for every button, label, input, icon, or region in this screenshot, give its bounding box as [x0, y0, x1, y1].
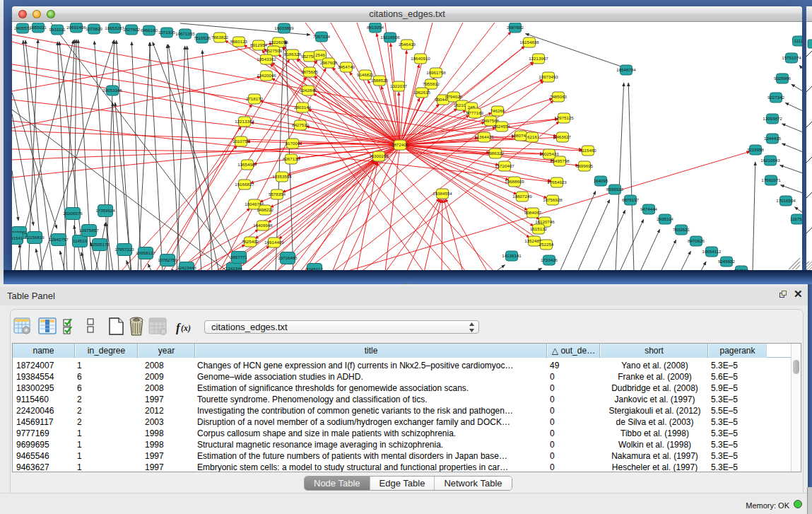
svg-text:12093872: 12093872 [763, 116, 782, 121]
svg-text:2718170: 2718170 [246, 96, 264, 101]
svg-text:10653287: 10653287 [105, 25, 124, 30]
svg-text:1615132: 1615132 [530, 226, 548, 231]
svg-text:2967608: 2967608 [320, 60, 338, 65]
svg-text:6466160: 6466160 [141, 28, 158, 33]
svg-text:16154838: 16154838 [519, 40, 539, 45]
svg-text:16914409: 16914409 [264, 240, 284, 245]
svg-text:3215958: 3215958 [747, 147, 765, 152]
svg-text:9657771: 9657771 [230, 255, 248, 259]
svg-text:6216: 6216 [527, 134, 537, 139]
svg-text:18807249: 18807249 [512, 194, 532, 199]
svg-text:1855021: 1855021 [30, 25, 47, 30]
svg-text:8813054: 8813054 [367, 25, 384, 30]
svg-text:2935114: 2935114 [657, 216, 673, 221]
svg-text:7663822: 7663822 [211, 35, 229, 40]
svg-text:12505175: 12505175 [90, 242, 110, 247]
svg-text:8186328: 8186328 [284, 52, 302, 57]
svg-text:17654923: 17654923 [547, 180, 567, 185]
svg-text:16033809: 16033809 [274, 25, 294, 30]
svg-text:1872400: 1872400 [392, 142, 409, 147]
svg-text:2687682: 2687682 [507, 25, 524, 30]
svg-text:1244415: 1244415 [764, 136, 782, 141]
svg-text:1733426: 1733426 [541, 257, 558, 262]
svg-text:9527509: 9527509 [265, 48, 283, 53]
svg-text:9777169: 9777169 [466, 110, 484, 115]
svg-text:3875685: 3875685 [301, 69, 319, 74]
svg-text:6879197: 6879197 [622, 197, 640, 202]
svg-text:1112: 1112 [794, 38, 802, 43]
svg-text:1362615: 1362615 [413, 90, 431, 95]
svg-text:10975857: 10975857 [79, 228, 99, 233]
svg-text:12353594: 12353594 [272, 174, 292, 179]
svg-text:18640910: 18640910 [411, 56, 430, 61]
svg-text:7357224: 7357224 [313, 34, 331, 39]
svg-text:10688609: 10688609 [505, 179, 524, 184]
svg-text:2546419: 2546419 [399, 42, 416, 47]
svg-text:7955812: 7955812 [423, 81, 440, 86]
svg-text:391541: 391541 [12, 235, 23, 240]
svg-text:917006: 917006 [286, 141, 300, 146]
svg-text:7625402: 7625402 [242, 239, 259, 244]
svg-text:12975125: 12975125 [554, 115, 574, 120]
svg-text:20691406: 20691406 [66, 25, 86, 30]
svg-text:8267130: 8267130 [283, 156, 300, 161]
svg-text:114519: 114519 [73, 238, 88, 243]
svg-text:5578354: 5578354 [269, 192, 286, 197]
svg-text:17359924: 17359924 [95, 208, 115, 213]
svg-text:14136141: 14136141 [502, 253, 522, 258]
svg-text:3454749: 3454749 [338, 64, 355, 69]
svg-text:17692971: 17692971 [761, 177, 781, 182]
svg-text:9329966: 9329966 [774, 76, 792, 81]
svg-text:16120746: 16120746 [535, 219, 555, 224]
svg-text:10654112: 10654112 [702, 249, 722, 254]
svg-text:2546: 2546 [315, 52, 325, 57]
svg-text:6794028: 6794028 [445, 94, 463, 99]
svg-text:2803144: 2803144 [294, 105, 312, 110]
svg-text:16548784: 16548784 [616, 67, 636, 72]
svg-text:9146821: 9146821 [357, 72, 375, 77]
svg-text:7485063: 7485063 [550, 94, 567, 99]
svg-text:12213967: 12213967 [529, 56, 548, 61]
svg-text:252254: 252254 [539, 242, 554, 247]
svg-text:7986322: 7986322 [487, 151, 505, 156]
svg-text:116753: 116753 [790, 216, 802, 221]
svg-text:17016504: 17016504 [776, 198, 796, 203]
svg-text:8470626: 8470626 [688, 238, 705, 243]
svg-text:10958127: 10958127 [136, 250, 155, 255]
svg-text:16961758: 16961758 [426, 70, 446, 75]
svg-text:1527602: 1527602 [123, 27, 141, 32]
svg-text:7515526: 7515526 [194, 35, 211, 40]
svg-text:3624554: 3624554 [493, 124, 511, 129]
svg-text:1073829: 1073829 [86, 26, 103, 31]
svg-text:0699695: 0699695 [576, 163, 594, 168]
svg-text:16409948: 16409948 [253, 223, 273, 228]
svg-text:(x): (x) [181, 323, 191, 333]
svg-text:20206576: 20206576 [63, 211, 83, 216]
svg-text:9227342: 9227342 [767, 95, 785, 100]
svg-text:10671355: 10671355 [175, 31, 195, 36]
svg-text:9933111: 9933111 [49, 27, 66, 32]
svg-text:1010755: 1010755 [233, 139, 250, 144]
svg-text:1071915: 1071915 [158, 30, 176, 35]
svg-text:8427512: 8427512 [292, 122, 310, 127]
svg-text:12213363: 12213363 [235, 119, 254, 124]
svg-text:10756928: 10756928 [543, 197, 563, 202]
svg-text:12942757: 12942757 [49, 237, 69, 242]
svg-text:10025433: 10025433 [539, 151, 559, 156]
svg-text:17957223: 17957223 [114, 247, 134, 252]
svg-text:16210643: 16210643 [760, 158, 780, 163]
svg-text:9242845: 9242845 [300, 88, 317, 93]
svg-text:9463627: 9463627 [554, 134, 572, 139]
svg-text:10543362: 10543362 [257, 57, 276, 62]
svg-text:19166827: 19166827 [235, 182, 254, 187]
svg-text:2405571: 2405571 [14, 25, 32, 30]
svg-text:9115460: 9115460 [579, 148, 596, 153]
svg-text:1322037: 1322037 [390, 83, 408, 88]
svg-text:8912954: 8912954 [250, 42, 268, 47]
svg-text:23420046: 23420046 [257, 73, 276, 78]
svg-text:9084067: 9084067 [524, 210, 542, 215]
svg-text:12423448: 12423448 [177, 265, 196, 270]
svg-text:15720407: 15720407 [495, 163, 514, 168]
svg-text:13654987: 13654987 [237, 162, 257, 167]
svg-text:19384554: 19384554 [433, 191, 452, 196]
